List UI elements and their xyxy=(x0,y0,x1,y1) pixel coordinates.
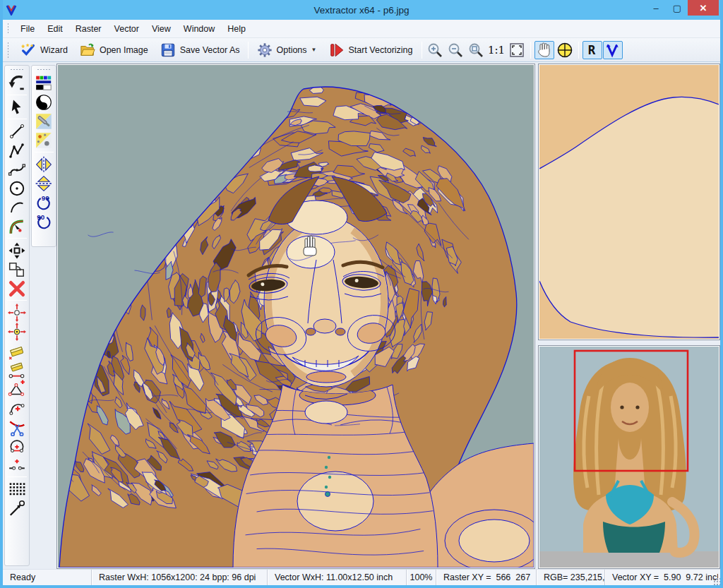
move-node-snap-icon xyxy=(8,323,26,341)
move-icon xyxy=(8,241,26,260)
eraser-icon xyxy=(8,342,26,360)
copy-tool[interactable] xyxy=(7,260,27,279)
show-raster-button[interactable]: R xyxy=(582,41,602,59)
start-vectorizing-button[interactable]: Start Vectorizing xyxy=(323,40,419,61)
trace-tool[interactable] xyxy=(7,217,27,236)
center-view-button[interactable] xyxy=(555,41,575,59)
zoom-preview-panel[interactable] xyxy=(538,64,720,340)
grid-tool[interactable] xyxy=(7,479,27,498)
menu-help[interactable]: Help xyxy=(221,21,252,37)
close-contour-tool[interactable] xyxy=(7,436,27,455)
status-vector-xy: Vector XY = 5.90 9.72 inch xyxy=(604,570,718,585)
status-raster-size: Raster WxH: 1056x1200: 24 bpp: 96 dpi xyxy=(91,570,267,585)
despeckle-tool[interactable] xyxy=(34,112,54,131)
undo-tool[interactable] xyxy=(7,73,27,92)
move-tool[interactable] xyxy=(7,241,27,260)
grid-icon xyxy=(8,480,26,498)
add-arc-node-icon xyxy=(8,399,26,417)
rotate-ccw-tool[interactable]: 90 xyxy=(34,212,54,231)
raster-toolbar: 9090 xyxy=(31,65,56,247)
rotate-cw-icon: 90 xyxy=(35,193,53,212)
open-icon xyxy=(79,42,96,58)
wizard-label: Wizard xyxy=(40,45,68,55)
zoom-out-icon xyxy=(446,42,465,59)
line-tool[interactable] xyxy=(7,121,27,140)
zoom-in-icon xyxy=(426,42,444,59)
pan-button[interactable] xyxy=(534,41,554,59)
mirror-h-tool[interactable] xyxy=(34,174,54,193)
open-image-button[interactable]: Open Image xyxy=(73,40,154,61)
circle-icon xyxy=(8,179,26,198)
menu-window[interactable]: Window xyxy=(177,21,221,37)
spline-tool[interactable] xyxy=(7,160,27,179)
vector-canvas[interactable] xyxy=(58,65,534,568)
dropdown-arrow-icon[interactable]: ▼ xyxy=(311,47,317,53)
menu-edit[interactable]: Edit xyxy=(41,21,69,37)
raster-r-icon: R xyxy=(585,42,600,59)
spline-icon xyxy=(8,160,26,179)
cut-tool[interactable] xyxy=(7,417,27,436)
select-tool[interactable] xyxy=(7,97,27,116)
zoom-out-button[interactable] xyxy=(446,41,465,59)
hand-icon xyxy=(536,42,553,59)
rotate-ccw-icon: 90 xyxy=(35,212,53,231)
erase-segment-tool[interactable] xyxy=(7,360,27,379)
target-icon xyxy=(556,42,573,59)
mirror-v-icon xyxy=(35,155,53,174)
start-icon xyxy=(328,42,345,58)
copy-icon xyxy=(8,260,26,279)
status-ready: Ready xyxy=(3,570,91,585)
status-zoom-level: 100% xyxy=(406,570,436,585)
rotate-cw-tool[interactable]: 90 xyxy=(34,193,54,212)
zoom-window-button[interactable] xyxy=(466,41,486,59)
svg-text:90: 90 xyxy=(37,212,44,220)
maximize-button[interactable]: ▢ xyxy=(667,0,688,16)
status-bar: Ready Raster WxH: 1056x1200: 24 bpp: 96 … xyxy=(3,569,720,585)
open-image-label: Open Image xyxy=(100,45,148,55)
polyline-tool[interactable] xyxy=(7,140,27,160)
arc-icon xyxy=(8,199,26,216)
menu-raster[interactable]: Raster xyxy=(69,21,108,37)
zoom-in-button[interactable] xyxy=(425,41,445,59)
add-vertex-tool[interactable] xyxy=(7,379,27,398)
add-arc-node-tool[interactable] xyxy=(7,398,27,417)
save-vector-as-label: Save Vector As xyxy=(180,45,240,55)
palette-icon xyxy=(35,74,53,92)
move-node-tool[interactable] xyxy=(7,303,27,322)
circle-tool[interactable] xyxy=(7,179,27,198)
invert-tool[interactable] xyxy=(34,92,54,112)
wizard-button[interactable]: Wizard xyxy=(14,40,73,61)
zoom-fit-button[interactable] xyxy=(507,41,527,59)
zoom-window-icon xyxy=(467,42,485,59)
arc-tool[interactable] xyxy=(7,198,27,217)
menu-bar: FileEditRasterVectorViewWindowHelp xyxy=(3,20,720,38)
join-nodes-icon xyxy=(8,456,26,474)
mirror-v-tool[interactable] xyxy=(34,155,54,174)
pick-point-tool[interactable] xyxy=(7,498,27,517)
move-node-snap-tool[interactable] xyxy=(7,322,27,341)
save-icon xyxy=(160,42,177,58)
median-tool[interactable] xyxy=(34,131,54,150)
main-toolbar: WizardOpen ImageSave Vector AsOptions▼St… xyxy=(3,38,720,62)
menu-view[interactable]: View xyxy=(145,21,177,37)
palette-tool[interactable] xyxy=(34,73,54,92)
gear-icon xyxy=(257,42,273,58)
menu-file[interactable]: File xyxy=(14,21,41,37)
delete-tool[interactable] xyxy=(7,279,27,298)
thumbnail-panel[interactable] xyxy=(538,345,720,569)
join-nodes-tool[interactable] xyxy=(7,455,27,474)
vector-v-icon xyxy=(605,42,621,59)
eraser-tool[interactable] xyxy=(7,341,27,360)
edit-toolbar xyxy=(4,65,30,566)
menu-vector[interactable]: Vector xyxy=(108,21,145,37)
wizard-icon xyxy=(20,42,37,58)
toolbar-grip xyxy=(7,42,9,58)
zoom-1-1-button[interactable]: 1:1 xyxy=(486,41,506,59)
save-vector-as-button[interactable]: Save Vector As xyxy=(154,40,246,61)
show-vector-button[interactable] xyxy=(603,41,623,59)
pick-point-icon xyxy=(8,499,26,517)
undo-icon xyxy=(8,74,26,92)
close-button[interactable]: ✕ xyxy=(688,0,719,16)
options-button[interactable]: Options▼ xyxy=(251,40,322,61)
minimize-button[interactable]: – xyxy=(645,0,667,16)
